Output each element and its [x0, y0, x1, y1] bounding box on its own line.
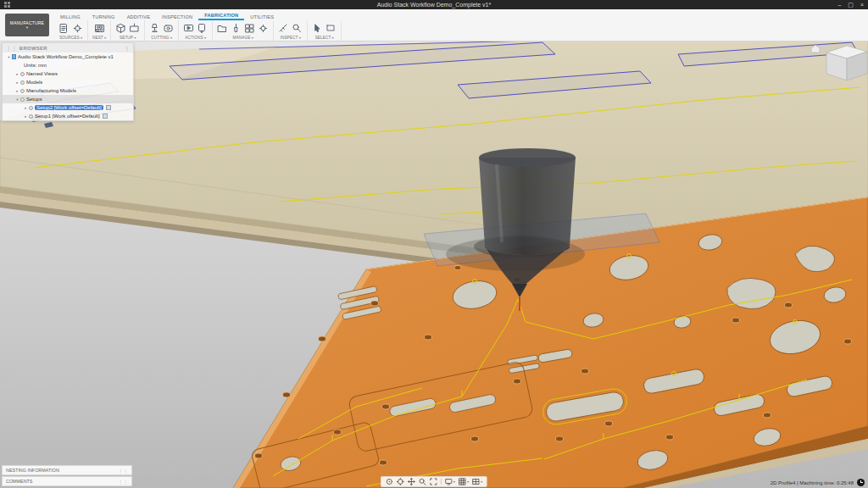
- panel-grip-icon[interactable]: ⋮⋮: [118, 468, 128, 474]
- profile-cut-icon[interactable]: [163, 23, 174, 34]
- tab-inspection[interactable]: INSPECTION: [156, 13, 198, 20]
- tree-item-named-views[interactable]: ▸ Named Views: [3, 69, 133, 78]
- group-dropdown-caret[interactable]: ▾: [104, 36, 106, 40]
- display-settings-button[interactable]: ▾: [445, 478, 455, 485]
- group-label: MANAGE: [233, 36, 251, 40]
- pan-button[interactable]: [408, 478, 415, 485]
- tree-item-manufacturing-models[interactable]: ▸ Manufacturing Models: [3, 86, 133, 95]
- look-at-button[interactable]: [397, 478, 404, 485]
- nesting-information-panel[interactable]: NESTING INFORMATION ⋮⋮: [2, 465, 132, 475]
- tree-item-root[interactable]: ▾ Audio Stack Workflow Demo_Complete v1: [3, 53, 133, 61]
- machine-settings-icon[interactable]: [258, 23, 269, 34]
- group-label: CUTTING: [151, 36, 169, 40]
- setup-cube-icon[interactable]: [115, 23, 126, 34]
- app-menu-icon[interactable]: [4, 2, 10, 8]
- expand-arrow-icon[interactable]: ▾: [14, 97, 20, 102]
- view-navigation-bar: ▾ ▾ ▾: [381, 476, 487, 487]
- expand-arrow-icon[interactable]: ▾: [6, 55, 12, 59]
- folder-icon[interactable]: [217, 23, 228, 34]
- tree-item-setups[interactable]: ▾ Setups: [3, 95, 133, 103]
- expand-arrow-icon[interactable]: ▸: [23, 106, 29, 110]
- chevron-down-icon: ▾: [26, 25, 28, 30]
- visibility-eye-icon[interactable]: [20, 89, 25, 93]
- group-dropdown-caret[interactable]: ▾: [81, 36, 82, 40]
- expand-arrow-icon[interactable]: ▸: [23, 114, 29, 119]
- chevron-down-icon: ▾: [453, 480, 455, 484]
- fit-button[interactable]: [430, 478, 437, 485]
- expand-arrow-icon[interactable]: ▸: [14, 89, 20, 93]
- expand-arrow-icon[interactable]: ▸: [14, 72, 20, 76]
- group-inspect: INSPECT ▾: [274, 20, 308, 41]
- document-icon: [12, 54, 16, 59]
- grid-layout-button[interactable]: ▾: [459, 478, 469, 485]
- comments-panel[interactable]: COMMENTS ⋮⋮: [2, 476, 132, 486]
- navbar-separator: [441, 479, 442, 485]
- minimize-button[interactable]: –: [837, 2, 841, 8]
- tab-utilities[interactable]: UTILITIES: [244, 13, 280, 20]
- panel-grip-icon[interactable]: ⋮⋮: [118, 479, 128, 485]
- group-dropdown-caret[interactable]: ▾: [332, 36, 334, 40]
- machining-clock-icon: [857, 479, 865, 486]
- tree-item-setup2[interactable]: ▸ Setup2 [Work offset=Default]: [3, 103, 133, 112]
- group-label: SETUP: [120, 36, 133, 40]
- tab-fabrication[interactable]: FABRICATION: [198, 11, 244, 20]
- window-select-icon[interactable]: [326, 23, 337, 34]
- chevron-down-icon: ▾: [467, 480, 469, 484]
- expand-arrow-icon[interactable]: ▸: [14, 80, 20, 85]
- operation-status-icon: [106, 105, 111, 110]
- group-dropdown-caret[interactable]: ▾: [134, 36, 136, 40]
- group-actions: ACTIONS ▾: [179, 20, 213, 41]
- visibility-eye-icon[interactable]: [29, 106, 33, 110]
- group-label: SELECT: [315, 36, 331, 40]
- visibility-eye-icon[interactable]: [20, 97, 25, 102]
- insert-source-icon[interactable]: [58, 23, 70, 34]
- workspace-switcher-button[interactable]: MANUFACTURE ▾: [5, 14, 49, 36]
- browser-options-icon[interactable]: ⋮: [125, 46, 130, 51]
- source-settings-icon[interactable]: [72, 23, 83, 34]
- grid-icon: [459, 478, 466, 485]
- nest-icon[interactable]: [94, 23, 105, 34]
- ribbon-groups: SOURCES ▾ NEST ▾ SETUP ▾ CUTTING ▾: [54, 20, 342, 41]
- close-button[interactable]: ×: [860, 2, 864, 8]
- post-process-icon[interactable]: [197, 23, 208, 34]
- tab-turning[interactable]: TURNING: [86, 13, 121, 20]
- templates-icon[interactable]: [244, 23, 255, 34]
- viewports-button[interactable]: ▾: [472, 478, 482, 485]
- zoom-button[interactable]: [419, 478, 426, 485]
- maximize-button[interactable]: ▢: [848, 2, 854, 8]
- stock-setup-icon[interactable]: [129, 23, 140, 34]
- group-dropdown-caret[interactable]: ▾: [170, 36, 172, 40]
- operation-status-icon: [103, 114, 108, 119]
- laser-cut-icon[interactable]: [149, 23, 160, 34]
- group-sources: SOURCES ▾: [54, 20, 88, 41]
- orbit-icon: [386, 478, 393, 485]
- visibility-eye-icon[interactable]: [20, 72, 25, 76]
- simulate-icon[interactable]: [183, 23, 194, 34]
- visibility-eye-icon[interactable]: [20, 80, 25, 85]
- tree-item-setup1[interactable]: ▸ Setup1 [Work offset=Default]: [3, 112, 133, 120]
- zoom-icon: [419, 478, 426, 485]
- group-dropdown-caret[interactable]: ▾: [299, 36, 301, 40]
- chevron-down-icon: ▾: [481, 480, 482, 484]
- machining-status-text: 2D Profile4 | Machining time: 0:25:48: [771, 480, 854, 485]
- document-title: Audio Stack Workflow Demo_Complete v1*: [377, 2, 491, 8]
- cursor-icon[interactable]: [312, 23, 323, 34]
- browser-header[interactable]: ⋮⋮ BROWSER ⋮: [3, 43, 133, 53]
- tree-item-models[interactable]: ▸ Models: [3, 78, 133, 86]
- orbit-button[interactable]: [386, 478, 393, 485]
- tab-additive[interactable]: ADDITIVE: [121, 13, 156, 20]
- tab-milling[interactable]: MILLING: [54, 13, 86, 20]
- drag-grip-icon[interactable]: ⋮⋮: [6, 46, 17, 51]
- magnifier-icon[interactable]: [292, 23, 303, 34]
- tree-item-units[interactable]: Units: mm: [3, 61, 133, 69]
- group-dropdown-caret[interactable]: ▾: [204, 36, 206, 40]
- pan-icon: [408, 478, 415, 485]
- group-select: SELECT ▾: [308, 20, 342, 41]
- measure-icon[interactable]: [278, 23, 289, 34]
- browser-title: BROWSER: [19, 46, 47, 51]
- visibility-eye-icon[interactable]: [29, 114, 33, 119]
- tool-library-icon[interactable]: [231, 23, 242, 34]
- group-dropdown-caret[interactable]: ▾: [252, 36, 253, 40]
- title-bar: Audio Stack Workflow Demo_Complete v1* –…: [0, 0, 868, 9]
- group-label: SOURCES: [59, 36, 80, 40]
